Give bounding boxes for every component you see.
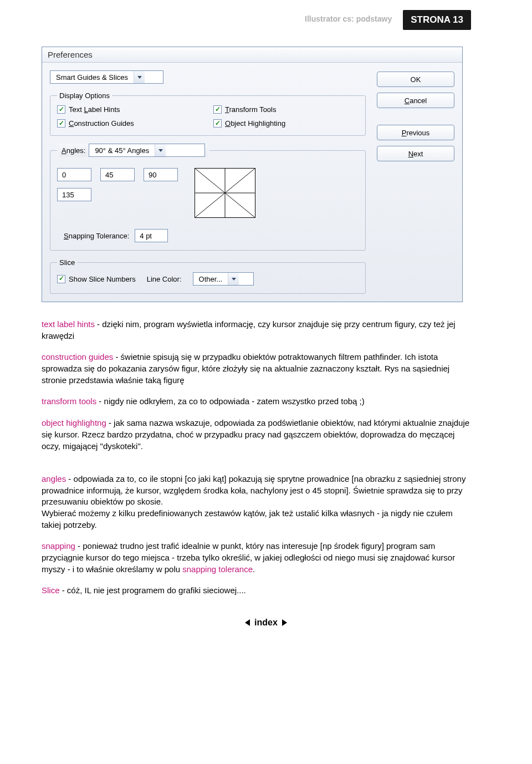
para-transform-tools: transform tools - nigdy nie odkryłem, za… bbox=[42, 396, 471, 408]
para-snapping: snapping - ponieważ trudno jest trafić i… bbox=[42, 541, 471, 575]
doc-title: Illustrator cs: podstawy bbox=[305, 10, 392, 23]
article-body: text label hints - dzięki nim, program w… bbox=[0, 319, 532, 597]
display-options-group: Display Options ✓ Text Label Hints ✓ Tra… bbox=[50, 91, 366, 136]
para-slice: Slice - cóż, IL nie jest programem do gr… bbox=[42, 585, 471, 597]
chevron-down-icon bbox=[134, 71, 145, 83]
check-icon: ✓ bbox=[59, 106, 64, 113]
slice-legend: Slice bbox=[57, 258, 77, 267]
category-select-value: Smart Guides & Slices bbox=[50, 73, 134, 82]
line-color-value: Other... bbox=[193, 275, 228, 283]
angle-preview-icon bbox=[195, 168, 255, 218]
transform-tools-checkbox[interactable]: ✓ Transform Tools bbox=[213, 105, 359, 114]
cancel-button[interactable]: Cancel bbox=[377, 93, 454, 108]
preferences-dialog: Preferences Smart Guides & Slices Displa… bbox=[42, 47, 463, 302]
chevron-down-icon bbox=[228, 273, 239, 285]
check-icon: ✓ bbox=[215, 106, 221, 113]
text-label-hints-checkbox[interactable]: ✓ Text Label Hints bbox=[57, 105, 202, 114]
line-color-label: Line Color: bbox=[147, 275, 182, 283]
object-highlighting-checkbox[interactable]: ✓ Object Highlighting bbox=[213, 119, 359, 128]
para-object-highlighting: object highlightng - jak sama nazwa wska… bbox=[42, 417, 471, 452]
display-options-legend: Display Options bbox=[57, 91, 112, 100]
check-icon: ✓ bbox=[215, 120, 221, 126]
next-page-icon[interactable] bbox=[282, 619, 287, 626]
angles-select[interactable]: 90° & 45° Angles bbox=[89, 144, 205, 157]
para-angles: angles - odpowiada za to, co ile stopni … bbox=[42, 462, 471, 531]
slice-group: Slice ✓ Show Slice Numbers Line Color: O… bbox=[50, 258, 366, 294]
snapping-tolerance-input[interactable]: 4 pt bbox=[135, 229, 168, 242]
angles-select-value: 90° & 45° Angles bbox=[89, 146, 155, 155]
check-icon: ✓ bbox=[59, 120, 64, 126]
check-icon: ✓ bbox=[59, 275, 64, 282]
previous-button[interactable]: Previous bbox=[377, 125, 454, 140]
para-construction-guides: construction guides - świetnie spisują s… bbox=[42, 352, 471, 386]
construction-guides-checkbox[interactable]: ✓ Construction Guides bbox=[57, 119, 202, 128]
angle-input-2[interactable]: 90 bbox=[144, 168, 178, 181]
angle-input-1[interactable]: 45 bbox=[100, 168, 135, 181]
category-select[interactable]: Smart Guides & Slices bbox=[50, 70, 163, 84]
dialog-title: Preferences bbox=[42, 47, 462, 63]
next-button[interactable]: Next bbox=[377, 146, 454, 161]
page-number-badge: STRONA 13 bbox=[403, 10, 471, 30]
snapping-tolerance-label: Snapping Tolerance: bbox=[64, 232, 129, 240]
angle-input-0[interactable]: 0 bbox=[57, 168, 91, 181]
angles-label: Angles: bbox=[62, 146, 85, 155]
angles-group: Angles: 90° & 45° Angles 0 45 9 bbox=[50, 144, 366, 251]
line-color-select[interactable]: Other... bbox=[193, 272, 254, 286]
chevron-down-icon bbox=[155, 144, 166, 156]
angle-input-3[interactable]: 135 bbox=[57, 188, 91, 201]
show-slice-numbers-checkbox[interactable]: ✓ Show Slice Numbers bbox=[57, 275, 136, 283]
prev-page-icon[interactable] bbox=[245, 619, 250, 626]
ok-button[interactable]: OK bbox=[377, 72, 454, 87]
index-link[interactable]: index bbox=[254, 618, 278, 628]
para-text-label-hints: text label hints - dzięki nim, program w… bbox=[42, 319, 471, 342]
